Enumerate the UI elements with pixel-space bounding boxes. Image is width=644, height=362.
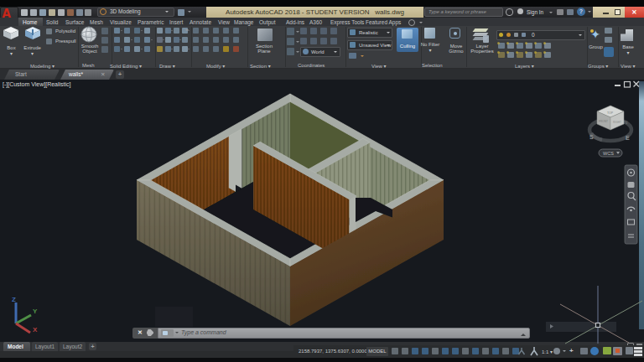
- svg-text:Z: Z: [12, 296, 16, 303]
- svg-text:S: S: [589, 134, 594, 140]
- svg-text:Y: Y: [33, 308, 38, 315]
- svg-text:FRONT: FRONT: [599, 120, 608, 123]
- svg-text:RIGHT: RIGHT: [613, 121, 621, 124]
- svg-text:X: X: [33, 326, 38, 334]
- svg-text:N: N: [624, 120, 627, 125]
- svg-text:TOP: TOP: [607, 111, 614, 115]
- svg-text:WCS: WCS: [603, 151, 614, 156]
- svg-text:E: E: [626, 135, 630, 141]
